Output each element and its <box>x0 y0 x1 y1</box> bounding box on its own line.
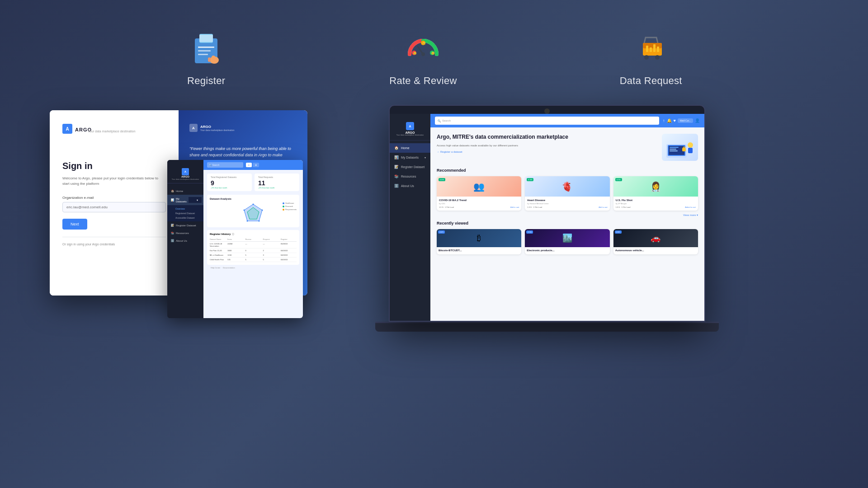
ms-recent-autonomous-badge: 4.9/5 <box>615 230 622 234</box>
ms-recent-electronics-badge: 3.5/5 <box>526 230 533 234</box>
ms-card-flu-add[interactable]: Added to cart <box>685 206 696 208</box>
signin-next-button[interactable]: Next <box>62 219 87 230</box>
ms-recent-autonomous-title: Autonomous vehicle... <box>615 249 696 252</box>
ms-card-heart-by: by Harvard Medical Center <box>527 202 607 205</box>
ds-header-tabs: ≡ ⊞ <box>246 163 259 167</box>
ds-documentation[interactable]: Documentation <box>223 267 235 269</box>
ms-username: Weill Cor... <box>680 119 691 122</box>
ms-user-icon[interactable]: 👤 <box>695 118 700 123</box>
ms-card-heart-visual: 🫀 <box>561 181 573 192</box>
ms-nav-home[interactable]: 🏠 Home <box>390 143 430 153</box>
ms-user-badge[interactable]: Weill Cor... <box>678 118 693 123</box>
ds-sidebar: A ARGO Your data marketplace destination… <box>167 160 203 318</box>
ms-card-covid-add[interactable]: Add to cart <box>510 206 519 208</box>
ms-card-heart-add[interactable]: Add to cart <box>599 206 607 208</box>
ms-recent-card-autonomous[interactable]: 4.9/5 🚗 Autonomous vehicle... <box>613 229 698 254</box>
signin-email-input[interactable] <box>62 202 166 212</box>
ms-upload-icon[interactable]: ↑ <box>663 118 665 123</box>
laptop-container: A ARGO Your data marketplace destination… <box>389 105 705 332</box>
ds-sub-accessible[interactable]: Accessible Dataset <box>175 216 200 220</box>
ds-nav-home-label: Home <box>176 190 183 192</box>
ms-card-covid[interactable]: 5.0/5 👥 COVID-19 BA.2 Trend by CDC 1.0 G… <box>437 176 521 211</box>
ds-td-review-2: 5 <box>245 254 261 256</box>
ms-view-more[interactable]: View more ▾ <box>437 213 698 216</box>
svg-point-19 <box>644 55 649 60</box>
ms-content: Argo, MITRE's data commercialization mar… <box>430 127 704 261</box>
data-request-icon-item[interactable]: Data Request <box>620 27 682 87</box>
signin-left-panel: A ARGO Your data marketplace destination… <box>50 110 179 296</box>
ms-card-heart-rating: 1.0 G · 1 File Load <box>527 206 542 208</box>
svg-rect-4 <box>198 50 211 52</box>
ds-chart-legend: Healthcare Research Requirements <box>283 202 297 211</box>
ms-card-covid-img: 5.0/5 👥 <box>437 176 521 197</box>
register-icon-item[interactable]: Register <box>186 27 226 87</box>
ms-header-actions: ↑ 🔔 ♥ Weill Cor... 👤 <box>663 118 700 123</box>
ms-recent-card-electronics[interactable]: 3.5/5 🏙️ Electronic products... <box>525 229 609 254</box>
ms-register-link[interactable]: → Register a dataset <box>437 150 568 153</box>
ms-hero-title: Argo, MITRE's data commercialization mar… <box>437 134 568 141</box>
register-label: Register <box>187 75 225 87</box>
ds-legend-research: Research <box>283 205 297 207</box>
ds-td-register-3: 04/18/22 <box>281 258 297 261</box>
ms-card-flu[interactable]: 4.7/5 👩‍⚕️ U.S. Flu Shot by JP Morgan 1.… <box>613 176 698 211</box>
ds-register-icon: 📝 <box>171 224 174 227</box>
ds-sub-overview[interactable]: Overview <box>175 206 200 211</box>
ms-hero-subtitle: Access high value datasets made availabl… <box>437 144 527 148</box>
ms-about-icon: ℹ️ <box>394 184 399 188</box>
rate-review-label: Rate & Review <box>389 75 457 87</box>
ds-nav-my-datasets[interactable]: 📊 My Datasets ▾ <box>167 195 203 205</box>
ms-nav-resources[interactable]: 📚 Resources <box>390 172 430 181</box>
ms-recent-card-bitcoin[interactable]: 4.8/5 ₿ Bitcoin-BTCUDT... <box>437 229 521 254</box>
ds-stat-datasets: Total Registered Datasets 9 +1% than las… <box>207 174 252 191</box>
ms-logo-icon: A <box>406 122 414 130</box>
svg-rect-44 <box>688 148 693 153</box>
ms-heart-icon[interactable]: ♥ <box>674 118 676 123</box>
ms-nav-datasets[interactable]: 📊 My Datasets ▾ <box>390 153 430 162</box>
svg-rect-41 <box>670 149 676 150</box>
ds-th-request: Request <box>263 238 279 240</box>
ds-logo: A ARGO Your data marketplace destination <box>167 164 203 183</box>
ms-card-heart[interactable]: 4.5/5 🫀 Heart Disease by Harvard Medical… <box>525 176 609 211</box>
ms-search-bar[interactable]: 🔍 Search <box>435 117 659 125</box>
svg-rect-42 <box>670 150 678 151</box>
ds-nav-about[interactable]: ℹ️ About Us <box>167 237 203 244</box>
ds-nav-home[interactable]: 🏠 Home <box>167 187 203 195</box>
rate-review-icon-item[interactable]: 😟 😐 😊 Rate & Review <box>389 27 457 87</box>
ds-content: Total Registered Datasets 9 +1% than las… <box>203 170 303 274</box>
ds-td-items-1: 3083 <box>227 249 243 252</box>
ds-help-center[interactable]: Help Center <box>211 267 220 269</box>
ds-nav-resources[interactable]: 📚 Resources <box>167 229 203 237</box>
signin-email-label: Organization e-mail <box>62 196 166 200</box>
ds-td-request-3: 5 <box>263 258 279 261</box>
ms-nav-register-dataset[interactable]: 📝 Register Dataset <box>390 162 430 172</box>
ms-recent-bitcoin-badge: 4.8/5 <box>438 230 445 234</box>
data-request-label: Data Request <box>620 75 682 87</box>
ms-header: 🔍 Search ↑ 🔔 ♥ Weill Cor... 👤 <box>430 114 704 127</box>
ms-card-covid-body: COVID-19 BA.2 Trend by CDC 1.0 G · 1 Fil… <box>437 197 521 211</box>
ms-nav-about[interactable]: ℹ️ About Us <box>390 181 430 191</box>
ds-th-items: Items <box>227 238 243 240</box>
ms-card-heart-badge: 4.5/5 <box>527 178 533 181</box>
ms-expand-icon: ▾ <box>425 156 426 159</box>
ds-nav-register[interactable]: 📝 Register Dataset <box>167 221 203 229</box>
ds-sub-registered[interactable]: Registered Dataset <box>175 211 200 216</box>
svg-text:😟: 😟 <box>413 52 417 55</box>
ms-card-covid-by: by CDC <box>439 202 519 205</box>
ds-tab-2[interactable]: ⊞ <box>253 163 259 167</box>
ds-resources-icon: 📚 <box>171 231 174 235</box>
ds-td-register-2: 04/18/22 <box>281 254 297 256</box>
argo-brand-right: ARGO <box>200 125 234 129</box>
ds-stat-datasets-label: Total Registered Datasets <box>211 176 248 178</box>
table-row: U.S. COVID-19 Vaccination 24358 — — 05/0… <box>210 242 297 249</box>
ds-search-bar[interactable]: 🔍 Search <box>207 162 243 168</box>
ds-stats-row: Total Registered Datasets 9 +1% than las… <box>207 174 299 191</box>
svg-point-43 <box>688 142 693 148</box>
ds-td-request-1: 2 <box>263 249 279 252</box>
laptop-frame: A ARGO Your data marketplace destination… <box>389 105 705 322</box>
ds-legend-finance-label: Requirements <box>285 208 297 211</box>
ms-notification-icon[interactable]: 🔔 <box>667 118 672 123</box>
ds-logo-icon: A <box>182 168 189 175</box>
ds-tab-1[interactable]: ≡ <box>246 163 252 167</box>
argo-logo-icon-signin: A <box>62 124 72 134</box>
ds-th-review: Review <box>245 238 261 240</box>
